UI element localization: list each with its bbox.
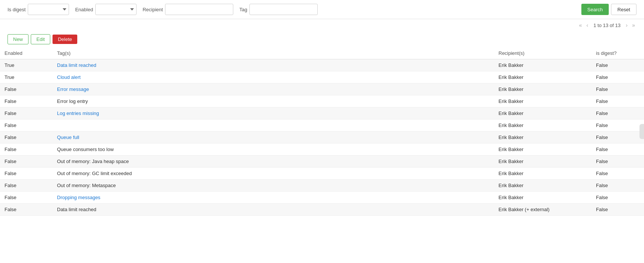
cell-recipients: Erik Bakker (+ external)	[494, 204, 591, 216]
col-header-tags: Tag(s)	[53, 47, 494, 59]
tag-input[interactable]	[249, 4, 318, 15]
cell-enabled: False	[0, 107, 53, 119]
cell-enabled: False	[0, 192, 53, 204]
cell-isdigest: False	[591, 71, 644, 83]
filter-bar: Is digest True False Enabled True False …	[0, 0, 644, 19]
cell-recipients: Erik Bakker	[494, 107, 591, 119]
recipient-label: Recipient	[143, 7, 163, 12]
search-button[interactable]: Search	[581, 4, 609, 15]
cell-isdigest: False	[591, 192, 644, 204]
cell-recipients: Erik Bakker	[494, 132, 591, 144]
last-page-button[interactable]: »	[630, 21, 636, 29]
cell-tags: Log entries missing	[53, 107, 494, 119]
cell-recipients: Erik Bakker	[494, 119, 591, 132]
recipient-filter-group: Recipient	[143, 4, 233, 15]
cell-tags: Data limit reached	[53, 204, 494, 216]
tag-filter-group: Tag	[239, 4, 318, 15]
tag-link[interactable]: Queue full	[57, 135, 79, 140]
cell-recipients: Erik Bakker	[494, 156, 591, 168]
cell-isdigest: False	[591, 83, 644, 95]
cell-isdigest: False	[591, 204, 644, 216]
next-page-button[interactable]: ›	[624, 21, 629, 29]
page-info: 1 to 13 of 13	[593, 23, 620, 28]
cell-enabled: False	[0, 156, 53, 168]
tag-link[interactable]: Cloud alert	[57, 74, 81, 80]
cell-enabled: False	[0, 132, 53, 144]
cell-tags: Data limit reached	[53, 59, 494, 71]
cell-enabled: False	[0, 95, 53, 107]
table-row[interactable]: FalseDropping messagesErik BakkerFalse	[0, 192, 644, 204]
tag-link[interactable]: Log entries missing	[57, 110, 99, 116]
cell-isdigest: False	[591, 119, 644, 132]
cell-tags: Error log entry	[53, 95, 494, 107]
col-header-isdigest: is digest?	[591, 47, 644, 59]
cell-enabled: True	[0, 59, 53, 71]
col-header-recipients: Recipient(s)	[494, 47, 591, 59]
cell-enabled: False	[0, 83, 53, 95]
table-row[interactable]: FalseData limit reachedErik Bakker (+ ex…	[0, 204, 644, 216]
cell-isdigest: False	[591, 95, 644, 107]
cell-tags	[53, 119, 494, 132]
table-row[interactable]: TrueCloud alertErik BakkerFalse	[0, 71, 644, 83]
table-row[interactable]: FalseQueue fullErik BakkerFalse	[0, 132, 644, 144]
table-row[interactable]: FalseLog entries missingErik BakkerFalse	[0, 107, 644, 119]
table-row[interactable]: FalseOut of memory: GC limit exceededEri…	[0, 168, 644, 180]
table-row[interactable]: FalseQueue consumers too lowErik BakkerF…	[0, 144, 644, 156]
cell-recipients: Erik Bakker	[494, 168, 591, 180]
pagination-bar: « ‹ 1 to 13 of 13 › »	[0, 19, 644, 31]
enabled-select[interactable]: True False	[95, 4, 137, 15]
cell-enabled: False	[0, 204, 53, 216]
data-table: Enabled Tag(s) Recipient(s) is digest? T…	[0, 47, 644, 216]
cell-isdigest: False	[591, 132, 644, 144]
edit-button[interactable]: Edit	[31, 34, 50, 44]
cell-recipients: Erik Bakker	[494, 59, 591, 71]
delete-button[interactable]: Delete	[53, 35, 77, 44]
cell-recipients: Erik Bakker	[494, 144, 591, 156]
cell-recipients: Erik Bakker	[494, 95, 591, 107]
table-row[interactable]: FalseOut of memory: Java heap spaceErik …	[0, 156, 644, 168]
cell-enabled: False	[0, 144, 53, 156]
cell-enabled: True	[0, 71, 53, 83]
col-header-enabled: Enabled	[0, 47, 53, 59]
cell-tags: Out of memory: Metaspace	[53, 180, 494, 192]
tag-link[interactable]: Dropping messages	[57, 195, 101, 200]
is-digest-filter-group: Is digest True False	[8, 4, 69, 15]
table-row[interactable]: TrueData limit reachedErik BakkerFalse	[0, 59, 644, 71]
cell-tags: Out of memory: Java heap space	[53, 156, 494, 168]
cell-tags: Dropping messages	[53, 192, 494, 204]
cell-enabled: False	[0, 168, 53, 180]
cell-recipients: Erik Bakker	[494, 180, 591, 192]
tag-link[interactable]: Data limit reached	[57, 62, 96, 68]
filter-actions: Search Reset	[581, 4, 636, 15]
cell-isdigest: False	[591, 59, 644, 71]
cell-tags: Queue full	[53, 132, 494, 144]
scroll-hint	[639, 124, 644, 139]
cell-recipients: Erik Bakker	[494, 192, 591, 204]
table-row[interactable]: FalseError messageErik BakkerFalse	[0, 83, 644, 95]
first-page-button[interactable]: «	[578, 21, 584, 29]
is-digest-select[interactable]: True False	[28, 4, 69, 15]
enabled-label: Enabled	[75, 7, 93, 12]
table-row[interactable]: FalseError log entryErik BakkerFalse	[0, 95, 644, 107]
cell-isdigest: False	[591, 144, 644, 156]
cell-enabled: False	[0, 180, 53, 192]
cell-recipients: Erik Bakker	[494, 83, 591, 95]
table-row[interactable]: FalseErik BakkerFalse	[0, 119, 644, 132]
toolbar: New Edit Delete	[0, 31, 644, 47]
is-digest-label: Is digest	[8, 7, 26, 12]
enabled-filter-group: Enabled True False	[75, 4, 137, 15]
table-row[interactable]: FalseOut of memory: MetaspaceErik Bakker…	[0, 180, 644, 192]
cell-enabled: False	[0, 119, 53, 132]
cell-isdigest: False	[591, 168, 644, 180]
cell-recipients: Erik Bakker	[494, 71, 591, 83]
cell-isdigest: False	[591, 107, 644, 119]
reset-button[interactable]: Reset	[611, 4, 636, 15]
cell-isdigest: False	[591, 180, 644, 192]
recipient-input[interactable]	[165, 4, 233, 15]
cell-tags: Out of memory: GC limit exceeded	[53, 168, 494, 180]
cell-tags: Cloud alert	[53, 71, 494, 83]
tag-link[interactable]: Error message	[57, 86, 89, 92]
cell-isdigest: False	[591, 156, 644, 168]
new-button[interactable]: New	[8, 34, 29, 44]
prev-page-button[interactable]: ‹	[585, 21, 590, 29]
